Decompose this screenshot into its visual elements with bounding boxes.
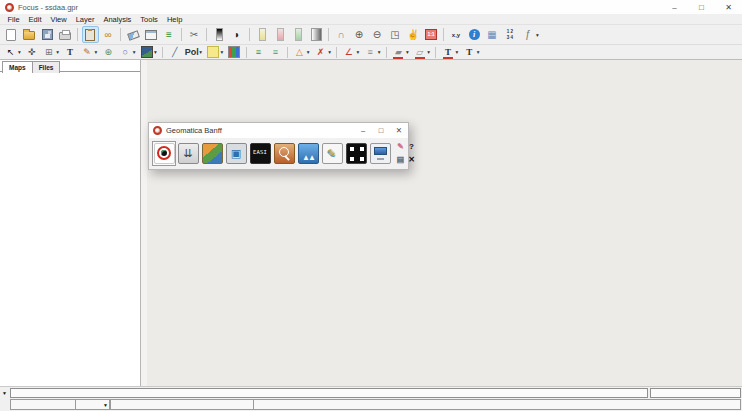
- color-picker-button[interactable]: ○▾: [117, 46, 137, 59]
- rgb-mapper-button[interactable]: [226, 46, 242, 59]
- clip-subset-button[interactable]: [344, 141, 368, 166]
- tab-files[interactable]: Files: [32, 61, 61, 73]
- mosaic-editor-button[interactable]: ✎: [320, 141, 344, 166]
- exit-button[interactable]: ✕: [406, 153, 417, 166]
- area-of-interest-dropdown[interactable]: ▾: [307, 49, 310, 55]
- maximize-button[interactable]: □: [688, 0, 715, 14]
- pointer-select-dropdown[interactable]: ▾: [18, 49, 21, 55]
- graticule-button[interactable]: ⊛: [100, 46, 116, 59]
- image-layer-button[interactable]: ▾: [139, 46, 159, 59]
- menu-file[interactable]: File: [3, 15, 24, 24]
- menu-edit[interactable]: Edit: [24, 15, 46, 24]
- orthoengine-button[interactable]: ⇊: [176, 141, 200, 166]
- ramp-yellow-button[interactable]: [254, 26, 271, 43]
- new-project-button[interactable]: [3, 26, 20, 43]
- banff-title-bar[interactable]: Geomatica Banff – □ ✕: [149, 123, 408, 138]
- menu-view[interactable]: View: [46, 15, 71, 24]
- measure-angle-dropdown[interactable]: ▾: [356, 49, 359, 55]
- toolbar-window-button[interactable]: ▤: [395, 153, 406, 166]
- fly-3d-button[interactable]: ▲▲: [296, 141, 320, 166]
- link-layer-button[interactable]: ∞: [100, 26, 117, 43]
- catalog-search-button[interactable]: [272, 141, 296, 166]
- tab-maps[interactable]: Maps: [2, 61, 33, 73]
- image-layer-dropdown[interactable]: ▾: [154, 49, 157, 55]
- layer-stack-button[interactable]: ≡: [267, 46, 283, 59]
- undo-enhancement-button[interactable]: ∩: [333, 26, 350, 43]
- menu-help[interactable]: Help: [162, 15, 186, 24]
- ramp-green-button[interactable]: [290, 26, 307, 43]
- banff-minimize-button[interactable]: –: [354, 123, 372, 138]
- map-view-button[interactable]: [200, 141, 224, 166]
- text-color-button[interactable]: T▾: [440, 46, 460, 59]
- pointer-select-button[interactable]: ↖▾: [3, 46, 23, 59]
- color-picker-dropdown[interactable]: ▾: [133, 49, 136, 55]
- edit-pencil-button[interactable]: ✎▾: [79, 46, 99, 59]
- attribute-table-button[interactable]: ▦: [484, 26, 501, 43]
- focus-button[interactable]: [152, 141, 176, 166]
- layer-manager-button[interactable]: ≡: [161, 26, 178, 43]
- enhancement-lut-button[interactable]: ◗: [229, 26, 246, 43]
- pan-button[interactable]: ✌: [405, 26, 422, 43]
- delete-tools-dropdown[interactable]: ▾: [328, 49, 331, 55]
- help-button[interactable]: ?: [406, 140, 417, 153]
- fill-style-button[interactable]: ▰▾: [390, 46, 410, 59]
- modeler-button[interactable]: ▣: [224, 141, 248, 166]
- zoom-to-overview-button[interactable]: ◳: [387, 26, 404, 43]
- draw-line-button[interactable]: ╱: [167, 46, 183, 59]
- cursor-coordinates-button[interactable]: x,y: [448, 26, 465, 43]
- map-view-area[interactable]: [147, 60, 742, 386]
- menu-analysis[interactable]: Analysis: [99, 15, 136, 24]
- print-button[interactable]: [57, 26, 74, 43]
- banff-close-button[interactable]: ✕: [390, 123, 408, 138]
- console-tools-button[interactable]: [368, 141, 392, 166]
- overview-dropdown-icon[interactable]: ▼: [0, 388, 9, 398]
- delete-tools-button[interactable]: ✗▾: [313, 46, 333, 59]
- edit-pencil-dropdown[interactable]: ▾: [95, 49, 98, 55]
- overview-field-1[interactable]: [10, 388, 648, 398]
- fill-style-dropdown[interactable]: ▾: [406, 49, 409, 55]
- polygon-tool-dropdown[interactable]: ▾: [199, 49, 202, 55]
- eraser-button[interactable]: [125, 26, 142, 43]
- information-button[interactable]: i: [466, 26, 483, 43]
- numeric-values-button[interactable]: 1 2 3 4: [502, 26, 519, 43]
- zoom-in-button[interactable]: ⊕: [351, 26, 368, 43]
- layer-visibility-button[interactable]: ≡: [250, 46, 266, 59]
- font-button[interactable]: T▾: [461, 46, 481, 59]
- license-manager-button[interactable]: ✎: [395, 140, 406, 153]
- panel-window-button[interactable]: [143, 26, 160, 43]
- maps-tree-panel[interactable]: [0, 72, 140, 386]
- area-of-interest-button[interactable]: △▾: [291, 46, 311, 59]
- open-file-button[interactable]: [21, 26, 38, 43]
- text-color-dropdown[interactable]: ▾: [455, 49, 458, 55]
- ramp-gray-button[interactable]: [308, 26, 325, 43]
- fill-color-button[interactable]: ▾: [205, 46, 225, 59]
- line-style-dropdown[interactable]: ▾: [378, 49, 381, 55]
- algorithm-librarian-dropdown[interactable]: ▾: [536, 32, 539, 38]
- font-dropdown[interactable]: ▾: [477, 49, 480, 55]
- zoom-out-button[interactable]: ⊖: [369, 26, 386, 43]
- status-dropdown-icon[interactable]: ▼: [103, 402, 108, 408]
- measure-angle-button[interactable]: ∠▾: [341, 46, 361, 59]
- easi-console-button[interactable]: EASI: [248, 141, 272, 166]
- save-project-button[interactable]: [39, 26, 56, 43]
- zoom-native-resolution-button[interactable]: 1:1: [423, 26, 440, 43]
- polygon-tool-button[interactable]: Pol▾: [184, 46, 204, 59]
- contrast-ramp-button[interactable]: [211, 26, 228, 43]
- text-tool-button[interactable]: T: [62, 46, 78, 59]
- border-style-dropdown[interactable]: ▾: [427, 49, 430, 55]
- overview-field-2[interactable]: [650, 388, 741, 398]
- menu-layer[interactable]: Layer: [71, 15, 99, 24]
- minimize-button[interactable]: –: [661, 0, 688, 14]
- line-style-button[interactable]: ≡▾: [362, 46, 382, 59]
- snap-grid-button[interactable]: ⊞▾: [41, 46, 61, 59]
- algorithm-librarian-button[interactable]: ƒ▾: [520, 26, 541, 43]
- menu-tools[interactable]: Tools: [136, 15, 163, 24]
- border-style-button[interactable]: ▱▾: [412, 46, 432, 59]
- fill-color-dropdown[interactable]: ▾: [221, 49, 224, 55]
- ramp-red-button[interactable]: [272, 26, 289, 43]
- snap-grid-dropdown[interactable]: ▾: [56, 49, 59, 55]
- clipboard-button[interactable]: [82, 26, 99, 43]
- banff-maximize-button[interactable]: □: [372, 123, 390, 138]
- cut-button[interactable]: ✂: [186, 26, 203, 43]
- close-button[interactable]: ✕: [715, 0, 742, 14]
